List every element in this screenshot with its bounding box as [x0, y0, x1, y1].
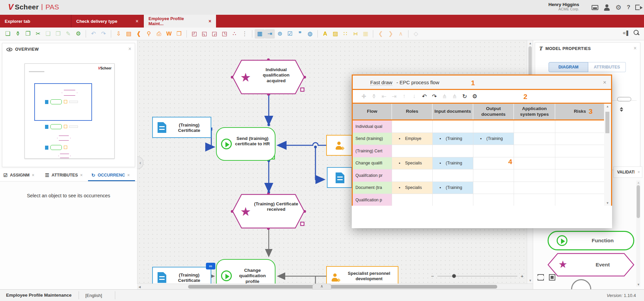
close-icon[interactable]: × [209, 18, 211, 24]
toggle-pill[interactable] [617, 97, 631, 101]
copy-button[interactable]: ❐ [23, 29, 33, 39]
nav-up-button[interactable]: ∧ [396, 29, 406, 39]
cell-flow[interactable]: Document (tra [353, 182, 392, 194]
document-node-training-certificate[interactable]: (Training) Certificate [152, 117, 211, 138]
cell-input-documents[interactable] [433, 169, 473, 182]
cell-risks[interactable] [555, 133, 611, 145]
paste-special-button[interactable]: ❒ [53, 29, 63, 39]
column-header[interactable]: Flow [353, 104, 392, 119]
scroll-up-icon[interactable]: ▲ [606, 105, 609, 108]
redo-button[interactable]: ↷ [98, 29, 109, 39]
scroll-up-icon[interactable]: ▲ [529, 42, 532, 45]
tab-assignments[interactable]: ☑ ASSIGNM × [0, 169, 42, 181]
send-backward-button[interactable]: ◳ [219, 29, 229, 39]
column-header[interactable]: Risks3 [555, 104, 611, 119]
tab-diagram[interactable]: DIAGRAM [549, 62, 588, 72]
home-button[interactable]: ◇ [411, 29, 421, 39]
branch-remove-button[interactable]: ⋔ [449, 93, 460, 100]
tab-attributes[interactable]: ☰ ATTRIBUTES × [42, 169, 88, 181]
cell-application-system-types[interactable] [514, 194, 555, 206]
nav-next-button[interactable]: ❯ [386, 29, 396, 39]
add-row-button[interactable]: ✚ [359, 93, 369, 100]
canvas-horizontal-scrollbar[interactable]: ◀ [137, 284, 533, 289]
cell-application-system-types[interactable] [514, 182, 555, 194]
layout-blocks-button[interactable]: ∷ [340, 29, 350, 39]
hierarchy-button[interactable]: ∴ [229, 29, 240, 39]
cell-input-documents[interactable] [433, 120, 473, 133]
column-header[interactable]: Output documents [473, 104, 514, 119]
layout-table-button[interactable]: ▦ [360, 29, 371, 39]
cell-roles[interactable] [392, 120, 433, 133]
palette-event-item[interactable]: ★ Event [548, 253, 634, 277]
zoom-in-button[interactable]: + [521, 273, 524, 279]
word-export-button[interactable]: W [164, 29, 174, 39]
event-node-individual-qualification[interactable]: ★ Individual qualification acquired [232, 60, 305, 94]
snap-toggle-button[interactable]: ⇥ [265, 29, 275, 39]
tab-check-delivery-type[interactable]: Check delivery type × [72, 15, 144, 28]
print-button[interactable]: ⎙ [154, 29, 164, 39]
close-icon[interactable]: × [603, 79, 606, 86]
tab-explorer[interactable]: Explorer tab [0, 15, 72, 28]
close-icon[interactable]: × [136, 18, 138, 24]
fullscreen-icon[interactable] [538, 274, 544, 281]
close-icon[interactable]: × [32, 173, 34, 178]
cell-input-documents[interactable] [433, 194, 473, 206]
scroll-left-icon[interactable]: ◀ [138, 285, 141, 289]
refresh-button[interactable]: ↻ [460, 93, 470, 100]
zoom-slider-knob[interactable] [452, 274, 456, 278]
close-icon[interactable]: × [637, 169, 640, 174]
cell-output-documents[interactable] [473, 169, 514, 182]
collapse-panel-icon[interactable]: «❚ [623, 30, 629, 36]
toggle-view-button[interactable]: ◍ [305, 29, 315, 39]
stepper-icon[interactable] [620, 106, 624, 112]
new-file-button[interactable]: ❏ [3, 29, 13, 39]
cell-risks[interactable] [555, 169, 611, 182]
cell-flow[interactable]: Qualification p [353, 194, 392, 206]
select-mode-button[interactable]: ☑ [285, 29, 295, 39]
cell-roles[interactable]: •Specialis [392, 182, 433, 194]
cell-output-documents[interactable]: •(Training [473, 133, 514, 145]
cell-application-system-types[interactable] [514, 145, 555, 157]
document-node-training-certificate-2[interactable]: (Training) Certificate [152, 267, 211, 284]
scroll-down-icon[interactable]: ▼ [529, 279, 532, 282]
close-icon[interactable]: × [80, 173, 83, 178]
cell-risks[interactable] [555, 157, 611, 169]
language-indicator[interactable]: [English] [85, 293, 102, 298]
cell-input-documents[interactable]: •(Training [433, 133, 473, 145]
move-down-button[interactable]: ↓ [409, 93, 419, 100]
delete-row-button[interactable]: ⚱ [369, 93, 379, 100]
cell-output-documents[interactable] [473, 182, 514, 194]
indent-button[interactable]: ⇥ [389, 93, 399, 100]
document-node-output[interactable] [327, 167, 352, 188]
column-header[interactable]: Input documents [433, 104, 473, 119]
bring-forward-button[interactable]: ◲ [209, 29, 219, 39]
branch-add-button[interactable]: ⋔ [439, 93, 449, 100]
redo-button[interactable]: ↷ [429, 93, 439, 100]
minimap-viewport[interactable] [34, 83, 92, 121]
spin-down-icon[interactable] [620, 110, 623, 112]
cell-roles[interactable]: •Employe [392, 133, 433, 145]
function-node-send-certificate[interactable]: Send (training) certificate to HR [216, 127, 275, 161]
tab-occurrences[interactable]: ↻ OCCURRENC × [88, 169, 135, 181]
send-to-back-button[interactable]: ◱ [199, 29, 209, 39]
cell-risks[interactable] [555, 120, 611, 133]
spin-up-icon[interactable] [620, 107, 623, 109]
cell-risks[interactable] [555, 182, 611, 194]
cell-risks[interactable] [555, 194, 611, 206]
zoom-slider[interactable] [437, 276, 517, 277]
image-export-button[interactable]: ❒ [174, 29, 184, 39]
help-button[interactable]: ? [624, 4, 633, 12]
function-node-change-profile[interactable]: Change qualification profile [216, 259, 275, 284]
scroll-up-icon[interactable]: ▲ [637, 181, 640, 184]
cell-risks[interactable] [555, 145, 611, 157]
pin-button[interactable]: ⚲ [144, 29, 154, 39]
org-node-employee[interactable] [326, 135, 352, 156]
grid-toggle-button[interactable]: ▦ [255, 29, 265, 39]
cell-application-system-types[interactable] [514, 120, 555, 133]
undo-button[interactable]: ↶ [88, 29, 98, 39]
zoom-out-button[interactable]: − [431, 273, 434, 279]
close-icon[interactable]: × [634, 45, 637, 51]
bring-to-front-button[interactable]: ◰ [189, 29, 199, 39]
layout-dots-button[interactable]: ∺ [350, 29, 360, 39]
logout-button[interactable] [633, 4, 642, 12]
